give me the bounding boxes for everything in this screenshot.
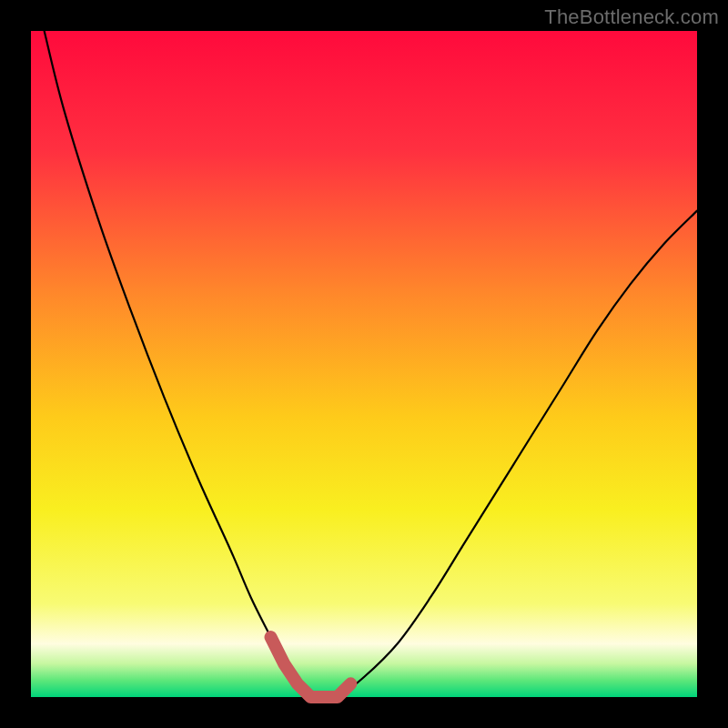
watermark-text: TheBottleneck.com (544, 5, 719, 29)
bottleneck-chart (0, 0, 728, 728)
plot-area (31, 31, 697, 697)
chart-container: TheBottleneck.com (0, 0, 728, 728)
